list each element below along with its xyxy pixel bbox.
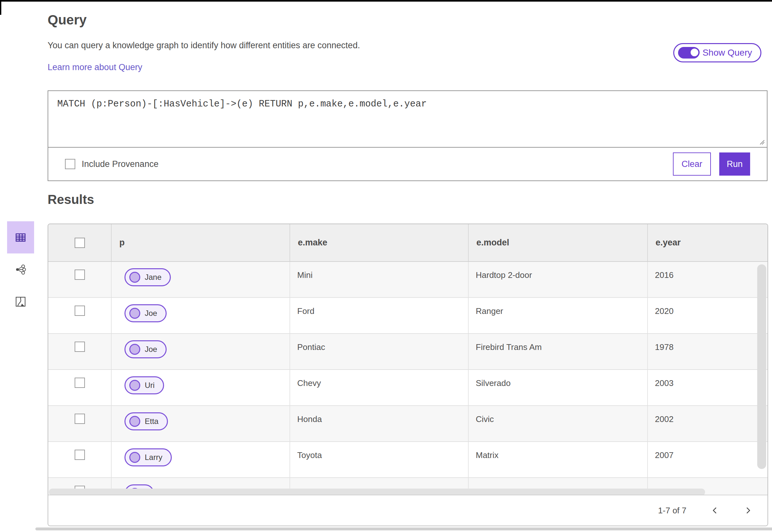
- table-row[interactable]: Etta Honda Civic 2002: [48, 406, 767, 442]
- column-header-e-model[interactable]: e.model: [469, 224, 648, 261]
- table-header-row: p e.make e.model e.year: [48, 224, 767, 262]
- previous-page-button[interactable]: [711, 506, 719, 515]
- cell-e-year: 2003: [648, 370, 767, 405]
- row-checkbox[interactable]: [75, 378, 85, 388]
- cell-e-year: 1978: [648, 334, 767, 369]
- row-checkbox-cell: [48, 370, 112, 405]
- knowledge-query-page: Query You can query a knowledge graph to…: [0, 0, 772, 532]
- select-all-checkbox[interactable]: [75, 238, 85, 248]
- person-entity-pill[interactable]: Etta: [124, 412, 168, 430]
- results-table: p e.make e.model e.year Jane Mini Hardto…: [48, 224, 768, 526]
- cell-e-model: Civic: [469, 406, 648, 441]
- map-view-icon: [15, 296, 26, 307]
- cell-e-model: Matrix: [469, 442, 648, 477]
- chevron-left-icon: [711, 506, 719, 515]
- table-row[interactable]: Joe Ford Ranger 2020: [48, 298, 767, 334]
- table-row[interactable]: Jane Mini Hardtop 2-door 2016: [48, 262, 767, 298]
- row-checkbox-cell: [48, 262, 112, 297]
- page-title: Query: [48, 12, 87, 28]
- person-node-icon: [129, 452, 140, 463]
- window-top-edge: [0, 0, 772, 2]
- cell-e-year: 2007: [648, 442, 767, 477]
- row-checkbox[interactable]: [75, 270, 85, 280]
- map-view-tab[interactable]: [7, 286, 34, 318]
- cell-e-make: Pontiac: [290, 334, 469, 369]
- table-view-tab[interactable]: [7, 221, 34, 253]
- link-chart-view-icon: [15, 264, 26, 275]
- show-query-label: Show Query: [703, 48, 752, 58]
- table-row[interactable]: Uri Chevy Silverado 2003: [48, 370, 767, 406]
- include-provenance-checkbox[interactable]: [65, 159, 75, 169]
- query-editor-textarea[interactable]: MATCH (p:Person)-[:HasVehicle]->(e) RETU…: [48, 91, 767, 148]
- column-header-e-make[interactable]: e.make: [290, 224, 469, 261]
- cell-e-model: Firebird Trans Am: [469, 334, 648, 369]
- entity-name: Jane: [145, 273, 161, 282]
- person-node-icon: [129, 380, 140, 391]
- cell-p: Larry: [112, 442, 290, 477]
- cell-e-make: Toyota: [290, 442, 469, 477]
- run-button[interactable]: Run: [719, 152, 750, 176]
- cell-p: Etta: [112, 406, 290, 441]
- person-entity-pill[interactable]: Joe: [124, 340, 167, 358]
- table-row[interactable]: Joe Pontiac Firebird Trans Am 1978: [48, 334, 767, 370]
- cell-p: Uri: [112, 370, 290, 405]
- learn-more-link[interactable]: Learn more about Query: [48, 62, 142, 72]
- toggle-switch-icon[interactable]: [678, 47, 699, 59]
- row-checkbox[interactable]: [75, 306, 85, 316]
- page-bottom-shadow: [35, 527, 772, 530]
- resize-handle-icon[interactable]: [759, 139, 765, 145]
- entity-name: Larry: [145, 453, 162, 462]
- person-entity-pill[interactable]: Joe: [124, 304, 167, 322]
- query-panel: MATCH (p:Person)-[:HasVehicle]->(e) RETU…: [48, 90, 767, 181]
- row-checkbox[interactable]: [75, 414, 85, 424]
- person-entity-pill[interactable]: Jane: [124, 268, 171, 286]
- table-body: Jane Mini Hardtop 2-door 2016 Joe Ford R…: [48, 262, 767, 496]
- cell-e-make: Chevy: [290, 370, 469, 405]
- table-row[interactable]: Larry Toyota Matrix 2007: [48, 442, 767, 478]
- query-statement: MATCH (p:Person)-[:HasVehicle]->(e) RETU…: [57, 99, 427, 109]
- chevron-right-icon: [744, 506, 752, 515]
- cell-e-model: Hardtop 2-door: [469, 262, 648, 297]
- toggle-knob: [689, 47, 700, 58]
- row-checkbox-cell: [48, 406, 112, 441]
- person-node-icon: [129, 272, 140, 283]
- results-title: Results: [48, 192, 94, 207]
- clear-button[interactable]: Clear: [673, 152, 711, 176]
- cell-e-model: Silverado: [469, 370, 648, 405]
- entity-name: Joe: [145, 309, 157, 318]
- person-node-icon: [129, 344, 140, 355]
- cell-e-model: Ranger: [469, 298, 648, 333]
- include-provenance-label: Include Provenance: [82, 159, 159, 169]
- query-action-buttons: Clear Run: [673, 152, 750, 176]
- pagination-range: 1-7 of 7: [658, 506, 686, 516]
- column-header-e-year[interactable]: e.year: [648, 224, 767, 261]
- row-checkbox[interactable]: [75, 450, 85, 460]
- window-left-edge: [0, 0, 1, 15]
- row-checkbox-cell: [48, 442, 112, 477]
- cell-e-year: 2016: [648, 262, 767, 297]
- entity-name: Joe: [145, 345, 157, 354]
- show-query-toggle[interactable]: Show Query: [673, 43, 761, 62]
- cell-p: Jane: [112, 262, 290, 297]
- cell-e-make: Honda: [290, 406, 469, 441]
- entity-name: Etta: [145, 417, 159, 426]
- table-footer: 1-7 of 7: [48, 495, 767, 526]
- query-footer: Include Provenance Clear Run: [48, 148, 767, 180]
- column-header-p[interactable]: p: [112, 224, 290, 261]
- vertical-scrollbar[interactable]: [757, 264, 766, 469]
- cell-p: Joe: [112, 334, 290, 369]
- page-description: You can query a knowledge graph to ident…: [48, 41, 360, 50]
- table-view-icon: [15, 232, 26, 243]
- person-entity-pill[interactable]: Uri: [124, 376, 164, 394]
- person-entity-pill[interactable]: Larry: [124, 448, 172, 466]
- row-checkbox-cell: [48, 334, 112, 369]
- cell-e-year: 2002: [648, 406, 767, 441]
- link-chart-view-tab[interactable]: [7, 253, 34, 286]
- cell-e-make: Mini: [290, 262, 469, 297]
- cell-p: Joe: [112, 298, 290, 333]
- cell-e-year: 2020: [648, 298, 767, 333]
- person-node-icon: [129, 308, 140, 319]
- next-page-button[interactable]: [744, 506, 752, 515]
- row-checkbox-cell: [48, 298, 112, 333]
- row-checkbox[interactable]: [75, 342, 85, 352]
